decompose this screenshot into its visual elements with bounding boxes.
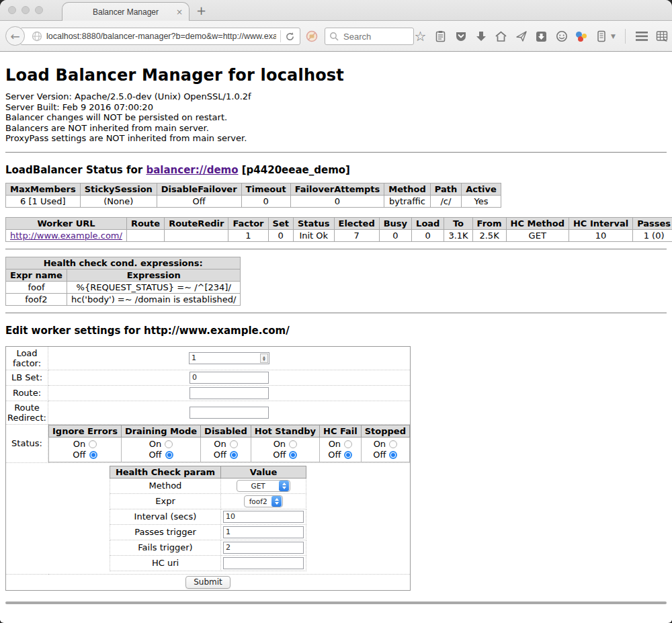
minimize-window-button[interactable]: [22, 6, 30, 14]
draining-mode-on-radio[interactable]: [165, 440, 173, 448]
off-label: Off: [214, 450, 226, 460]
load-factor-input[interactable]: 1 ▲▼: [189, 352, 269, 364]
cell-active: Yes: [462, 195, 501, 207]
notes-grid-icon[interactable]: [655, 30, 668, 43]
draining-mode-off-radio[interactable]: [165, 451, 173, 459]
lb-set-input[interactable]: 0: [190, 372, 269, 384]
on-label: On: [149, 439, 161, 449]
on-label: On: [214, 439, 226, 449]
status-label: Status:: [6, 424, 48, 462]
cell-expression: hc('body') =~ /domain is established/: [67, 293, 241, 305]
reload-icon[interactable]: [285, 32, 295, 42]
cell-path: /c/: [430, 195, 461, 207]
tab-bar: Balancer Manager × +: [0, 0, 672, 21]
col-expression: Expression: [67, 269, 241, 281]
hc-fail-off-radio[interactable]: [344, 451, 352, 459]
route-input[interactable]: [190, 387, 269, 399]
ignore-errors-off-radio[interactable]: [89, 451, 97, 459]
method-selected-value: GET: [237, 482, 279, 490]
col-disablefailover: DisableFailover: [157, 183, 241, 195]
menu-hamburger-icon[interactable]: [635, 30, 648, 43]
navigation-toolbar: ← localhost:8880/balancer-manager?b=demo…: [0, 21, 672, 52]
hot-standby-off-radio[interactable]: [289, 451, 297, 459]
passes-trigger-input[interactable]: 1: [223, 526, 304, 538]
new-tab-button[interactable]: +: [196, 3, 206, 17]
balancer-demo-link[interactable]: balancer://demo: [146, 164, 238, 176]
tab-close-icon[interactable]: ×: [176, 7, 183, 17]
cell-failoverattempts: 0: [290, 195, 384, 207]
col-route: Route: [126, 217, 164, 229]
col-routeredir: RouteRedir: [165, 217, 228, 229]
cell-expression: %{REQUEST_STATUS} =~ /^[234]/: [67, 281, 241, 293]
hc-uri-input[interactable]: [223, 557, 304, 569]
url-text[interactable]: localhost:8880/balancer-manager?b=demo&w…: [46, 32, 276, 41]
hello-chat-icon[interactable]: [555, 30, 568, 43]
send-plane-icon[interactable]: [515, 30, 528, 43]
server-built-line: Server Built: Feb 9 2016 07:00:20: [5, 102, 667, 113]
col-hc-interval: HC Interval: [569, 217, 632, 229]
off-label: Off: [149, 450, 161, 460]
cell-to: 3.1K: [444, 229, 472, 241]
passes-trigger-value: 1: [224, 528, 303, 536]
worker-url-link[interactable]: http://www.example.com/: [10, 231, 122, 241]
table-header-row: MaxMembers StickySession DisableFailover…: [6, 183, 501, 195]
interval-input[interactable]: 10: [223, 511, 304, 523]
tab-balancer-manager[interactable]: Balancer Manager ×: [62, 2, 190, 22]
table-header-row: Worker URL Route RouteRedir Factor Set S…: [6, 217, 672, 229]
hc-fail-on-radio[interactable]: [344, 440, 352, 448]
hot-standby-on-radio[interactable]: [289, 440, 297, 448]
disabled-on-radio[interactable]: [230, 440, 238, 448]
ignore-errors-on-radio[interactable]: [89, 440, 97, 448]
disabled-off-radio[interactable]: [230, 451, 238, 459]
col-busy: Busy: [379, 217, 411, 229]
route-redirect-label: Route Redirect:: [6, 401, 48, 424]
balancers-notice-line: Balancers are NOT inherited from main se…: [5, 123, 667, 134]
toolbar-separator: [625, 29, 626, 44]
table-row: http://www.example.com/ 1 0 Init Ok 7 0 …: [6, 229, 672, 241]
submit-button[interactable]: Submit: [185, 576, 230, 589]
adblock-shield-icon[interactable]: [306, 30, 318, 42]
search-input[interactable]: [342, 31, 409, 42]
cell-stickysession: (None): [80, 195, 157, 207]
loadbalancer-status-heading: LoadBalancer Status for balancer://demo …: [5, 164, 667, 176]
downloads-arrow-icon[interactable]: [474, 30, 487, 43]
col-worker-url: Worker URL: [6, 217, 127, 229]
close-window-button[interactable]: [8, 6, 16, 14]
zoom-window-button[interactable]: [35, 6, 43, 14]
col-failoverattempts: FailoverAttempts: [290, 183, 384, 195]
on-label: On: [274, 439, 286, 449]
cell-timeout: 0: [241, 195, 290, 207]
bookmark-star-icon[interactable]: ☆: [414, 30, 427, 43]
home-icon[interactable]: [495, 30, 507, 43]
proxypass-notice-line: ProxyPass settings are NOT inherited fro…: [5, 133, 667, 144]
extension-colordots-icon[interactable]: [575, 30, 587, 42]
download-panel-icon[interactable]: [535, 30, 548, 43]
stopped-off-radio[interactable]: [389, 451, 397, 459]
fails-trigger-input[interactable]: 2: [223, 542, 304, 554]
clipboard-icon[interactable]: [434, 30, 447, 43]
expr-label: Expr: [110, 493, 220, 509]
method-select[interactable]: GET: [237, 480, 290, 492]
expr-selected-value: foof2: [245, 497, 271, 505]
sidebar-panel-icon[interactable]: [595, 30, 607, 43]
back-button[interactable]: ←: [5, 26, 25, 46]
search-icon: [329, 32, 339, 41]
col-from: From: [472, 217, 506, 229]
cell-status: Init Ok: [293, 229, 334, 241]
route-redirect-input[interactable]: [190, 407, 269, 419]
col-maxmembers: MaxMembers: [6, 183, 81, 195]
expr-select[interactable]: foof2: [244, 495, 283, 507]
window-controls[interactable]: [8, 6, 43, 14]
col-set: Set: [268, 217, 293, 229]
search-bar[interactable]: [325, 28, 414, 45]
url-bar[interactable]: localhost:8880/balancer-manager?b=demo&w…: [20, 28, 300, 45]
cell-expr-name: foof: [6, 281, 67, 293]
worker-status-table: Worker URL Route RouteRedir Factor Set S…: [5, 217, 672, 242]
off-label: Off: [373, 450, 386, 460]
heading-prefix: LoadBalancer Status for: [5, 164, 146, 176]
pocket-icon[interactable]: [454, 30, 467, 43]
stopped-on-radio[interactable]: [389, 440, 397, 448]
cell-elected: 7: [334, 229, 379, 241]
number-spinner-icon[interactable]: ▲▼: [260, 354, 268, 363]
chevron-down-icon[interactable]: ▼: [611, 33, 616, 40]
